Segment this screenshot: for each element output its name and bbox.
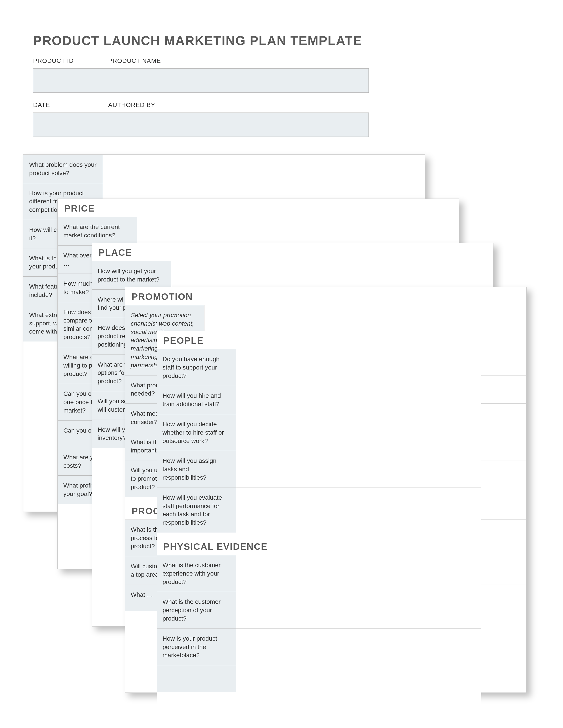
section-heading-place: PLACE (92, 243, 493, 261)
a-phys-1[interactable] (236, 592, 481, 628)
meta-row-1: PRODUCT ID PRODUCT NAME (33, 57, 369, 93)
label-product-id: PRODUCT ID (33, 57, 108, 64)
label-product-name: PRODUCT NAME (108, 57, 369, 64)
a-people-1[interactable] (236, 386, 481, 414)
a-people-2[interactable] (236, 414, 481, 451)
section-heading-people: PEOPLE (157, 331, 481, 349)
q-phys-1: What is the customer perception of your … (157, 592, 236, 628)
q-people-3: How will you assign tasks and responsibi… (157, 451, 236, 487)
a-price-0[interactable] (137, 217, 459, 245)
label-authored-by: AUTHORED BY (108, 101, 369, 109)
field-product-name[interactable] (108, 68, 369, 93)
q-people-4: How will you evaluate staff performance … (157, 488, 236, 533)
a-people-0[interactable] (236, 349, 481, 386)
a-product-0[interactable] (103, 155, 425, 183)
q-place-0: How will you get your product to the mar… (92, 261, 171, 289)
q-people-1: How will you hire and train additional s… (157, 386, 236, 414)
card-people-phys: PEOPLE Do you have enough staff to suppo… (157, 331, 481, 728)
q-product-0: What problem does your product solve? (23, 155, 103, 183)
a-people-3[interactable] (236, 451, 481, 487)
q-phys-2: How is your product perceived in the mar… (157, 629, 236, 665)
section-heading-price: PRICE (58, 199, 459, 217)
a-phys-2[interactable] (236, 629, 481, 665)
q-phys-3 (157, 665, 236, 692)
page-title: PRODUCT LAUNCH MARKETING PLAN TEMPLATE (33, 33, 362, 48)
field-date[interactable] (33, 113, 108, 137)
a-people-4[interactable] (236, 488, 481, 533)
label-date: DATE (33, 101, 108, 109)
a-phys-3[interactable] (236, 665, 481, 692)
q-price-0: What are the current market conditions? (58, 217, 137, 245)
field-product-id[interactable] (33, 68, 108, 93)
q-phys-0: What is the customer experience with you… (157, 555, 236, 592)
meta-row-2: DATE AUTHORED BY (33, 101, 369, 137)
a-phys-0[interactable] (236, 555, 481, 592)
q-people-0: Do you have enough staff to support your… (157, 349, 236, 386)
section-heading-physical-evidence: PHYSICAL EVIDENCE (157, 533, 481, 555)
section-heading-promotion: PROMOTION (125, 287, 526, 305)
field-authored-by[interactable] (108, 113, 369, 137)
q-people-2: How will you decide whether to hire staf… (157, 414, 236, 451)
a-place-0[interactable] (171, 261, 493, 289)
